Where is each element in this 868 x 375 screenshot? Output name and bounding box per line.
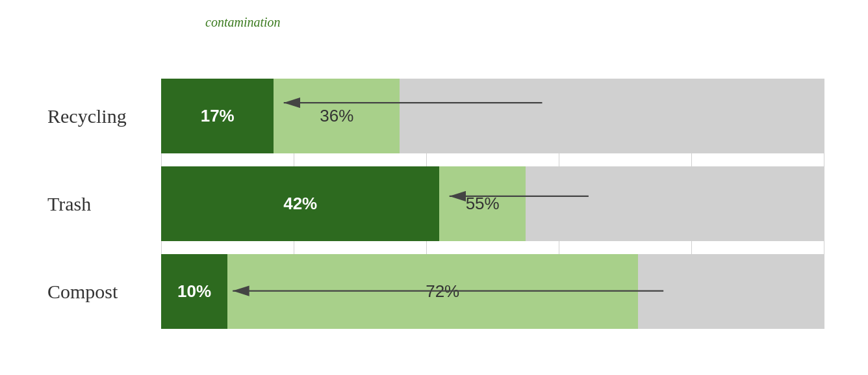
compost-bar-row: 10% 72% [161, 254, 824, 329]
compost-label: Compost [47, 281, 155, 303]
compost-gray-bar [638, 254, 824, 329]
trash-gray-bar [526, 166, 824, 241]
recycling-bar-row: 17% 36% [161, 79, 824, 153]
recycling-label: Recycling [47, 105, 155, 127]
recycling-row: Recycling 17% 36% [161, 79, 824, 153]
compost-light-bar: 72% [227, 254, 638, 329]
trash-bar-row: 42% 55% [161, 166, 824, 241]
rows-wrapper: Recycling 17% 36% Trash 42% 55% [161, 79, 824, 329]
trash-row: Trash 42% 55% [161, 166, 824, 241]
trash-light-bar: 55% [439, 166, 526, 241]
spacer-2 [161, 241, 824, 254]
compost-dark-bar: 10% [161, 254, 227, 329]
recycling-gray-bar [400, 79, 824, 153]
spacer-1 [161, 153, 824, 166]
contamination-label: contamination [205, 15, 281, 30]
chart-container: contamination Recycling 17% [44, 12, 824, 363]
recycling-dark-bar: 17% [161, 79, 274, 153]
recycling-light-bar: 36% [274, 79, 400, 153]
grid-line-100 [824, 79, 824, 329]
trash-dark-bar: 42% [161, 166, 439, 241]
compost-row: Compost 10% 72% [161, 254, 824, 329]
trash-label: Trash [47, 193, 155, 215]
